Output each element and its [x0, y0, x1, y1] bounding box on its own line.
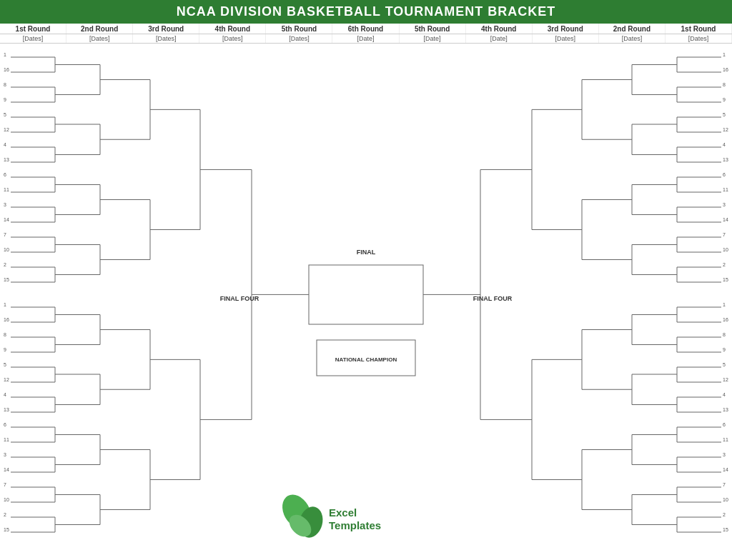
svg-text:3: 3: [723, 452, 726, 457]
round-label-2nd-right: 2nd Round: [599, 24, 666, 34]
svg-text:4: 4: [4, 142, 6, 147]
svg-text:4: 4: [723, 392, 726, 397]
svg-text:16: 16: [723, 67, 728, 72]
svg-text:1: 1: [723, 302, 726, 307]
svg-text:13: 13: [723, 407, 728, 412]
svg-text:15: 15: [723, 277, 728, 282]
svg-text:12: 12: [4, 377, 9, 382]
bracket-container: 1 16 8 9 5 12 4 13: [0, 44, 732, 544]
svg-text:FINAL FOUR: FINAL FOUR: [220, 295, 259, 302]
svg-text:16: 16: [4, 317, 9, 322]
round-label-3rd-left: 3rd Round: [133, 24, 199, 34]
svg-rect-253: [309, 265, 423, 324]
svg-text:14: 14: [4, 217, 9, 222]
svg-text:7: 7: [723, 482, 726, 487]
svg-text:11: 11: [723, 187, 728, 192]
svg-text:9: 9: [4, 347, 6, 352]
svg-text:1: 1: [723, 52, 726, 57]
svg-text:Templates: Templates: [329, 519, 381, 531]
svg-text:12: 12: [723, 377, 728, 382]
svg-text:2: 2: [723, 512, 726, 517]
date-labels-row: [Dates] [Dates] [Dates] [Dates] [Dates] …: [0, 34, 732, 44]
svg-text:FINAL: FINAL: [357, 249, 376, 256]
svg-point-259: [277, 489, 317, 533]
bracket-svg: 1 16 8 9 5 12 4 13: [0, 44, 732, 544]
round-label-5th-right: 5th Round: [400, 24, 466, 34]
svg-text:3: 3: [4, 202, 6, 207]
svg-text:11: 11: [4, 187, 9, 192]
svg-text:5: 5: [723, 362, 726, 367]
page-title: NCAA DIVISION BASKETBALL TOURNAMENT BRAC…: [0, 0, 732, 24]
svg-text:6: 6: [4, 172, 6, 177]
svg-text:16: 16: [4, 67, 9, 72]
svg-text:12: 12: [4, 127, 9, 132]
svg-text:9: 9: [723, 97, 726, 102]
svg-text:5: 5: [723, 112, 726, 117]
svg-text:5: 5: [4, 362, 6, 367]
svg-text:7: 7: [4, 232, 6, 237]
date-4th-right: [Date]: [466, 34, 533, 43]
svg-text:10: 10: [4, 497, 9, 502]
svg-text:2: 2: [723, 262, 726, 267]
round-label-5th-left: 5th Round: [266, 24, 332, 34]
svg-text:4: 4: [4, 392, 6, 397]
svg-text:NATIONAL CHAMPION: NATIONAL CHAMPION: [335, 356, 397, 363]
round-labels-row: 1st Round 2nd Round 3rd Round 4th Round …: [0, 24, 732, 34]
svg-text:12: 12: [723, 127, 728, 132]
round-label-1st-left: 1st Round: [0, 24, 66, 34]
svg-text:4: 4: [723, 142, 726, 147]
svg-text:6: 6: [723, 172, 726, 177]
svg-text:9: 9: [4, 97, 6, 102]
svg-text:1: 1: [4, 52, 6, 57]
round-label-6th: 6th Round: [332, 24, 399, 34]
svg-text:14: 14: [723, 217, 728, 222]
round-label-1st-right: 1st Round: [666, 24, 732, 34]
svg-text:10: 10: [723, 497, 728, 502]
svg-text:14: 14: [723, 467, 728, 472]
date-3rd-right: [Dates]: [533, 34, 599, 43]
svg-text:15: 15: [4, 527, 9, 532]
svg-text:FINAL FOUR: FINAL FOUR: [473, 295, 513, 302]
svg-point-260: [296, 504, 326, 541]
date-3rd-left: [Dates]: [133, 34, 199, 43]
svg-text:8: 8: [4, 82, 6, 87]
date-5th-left: [Dates]: [266, 34, 332, 43]
svg-text:16: 16: [723, 317, 728, 322]
svg-text:9: 9: [723, 347, 726, 352]
svg-text:14: 14: [4, 467, 9, 472]
svg-text:13: 13: [723, 157, 728, 162]
round-label-3rd-right: 3rd Round: [533, 24, 599, 34]
svg-text:5: 5: [4, 112, 6, 117]
svg-text:1: 1: [4, 302, 6, 307]
date-2nd-right: [Dates]: [599, 34, 666, 43]
svg-text:10: 10: [4, 247, 9, 252]
svg-text:3: 3: [4, 452, 6, 457]
svg-text:15: 15: [4, 277, 9, 282]
svg-text:6: 6: [4, 422, 6, 427]
svg-text:7: 7: [4, 482, 6, 487]
svg-text:7: 7: [723, 232, 726, 237]
svg-text:8: 8: [723, 332, 726, 337]
svg-text:6: 6: [723, 422, 726, 427]
svg-text:Excel: Excel: [329, 506, 357, 519]
svg-text:13: 13: [4, 157, 9, 162]
svg-text:13: 13: [4, 407, 9, 412]
svg-text:11: 11: [723, 437, 728, 442]
round-label-4th-right: 4th Round: [466, 24, 533, 34]
date-6th: [Date]: [332, 34, 399, 43]
round-label-4th-left: 4th Round: [199, 24, 266, 34]
svg-text:10: 10: [723, 247, 728, 252]
round-label-2nd-left: 2nd Round: [66, 24, 133, 34]
svg-text:11: 11: [4, 437, 9, 442]
svg-text:2: 2: [4, 512, 6, 517]
date-2nd-left: [Dates]: [66, 34, 133, 43]
svg-text:3: 3: [723, 202, 726, 207]
svg-rect-255: [317, 340, 415, 376]
date-4th-left: [Dates]: [199, 34, 266, 43]
svg-text:15: 15: [723, 527, 728, 532]
svg-text:2: 2: [4, 262, 6, 267]
date-1st-left: [Dates]: [0, 34, 66, 43]
date-5th-right: [Date]: [400, 34, 466, 43]
svg-text:8: 8: [723, 82, 726, 87]
svg-point-261: [285, 511, 315, 541]
